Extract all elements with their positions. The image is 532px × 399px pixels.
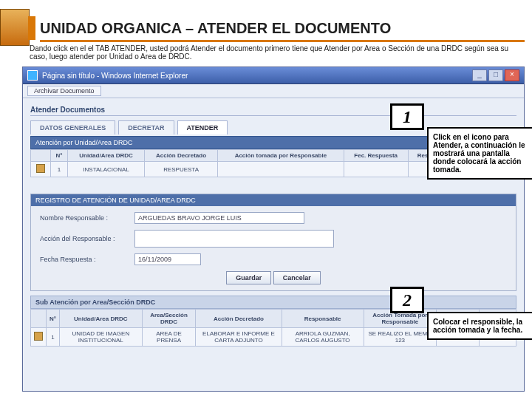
ie-favicon bbox=[27, 70, 38, 81]
callout-step-2: Colocar el responsible, la acción tomada… bbox=[427, 312, 532, 340]
label-accion: Acción del Responsable : bbox=[40, 235, 129, 242]
cell-area: AREA DE PRENSA bbox=[142, 328, 196, 347]
label-fecha: Fecha Respuesta : bbox=[40, 256, 129, 263]
th-icon bbox=[31, 310, 47, 328]
cancelar-button[interactable]: Cancelar bbox=[273, 271, 321, 284]
title-bar: UNIDAD ORGANICA – ATENDER EL DOCUMENTO bbox=[0, 16, 532, 40]
cell-tomada bbox=[217, 162, 344, 177]
tab-decretar[interactable]: DECRETAR bbox=[118, 120, 174, 134]
cell-action-icon[interactable] bbox=[31, 162, 51, 177]
browser-titlebar: Página sin título - Windows Internet Exp… bbox=[23, 67, 524, 84]
input-accion[interactable] bbox=[134, 230, 334, 248]
atender-icon bbox=[36, 164, 45, 173]
registro-header: REGISTRO DE ATENCIÓN DE UNIDAD/AREA DRDC bbox=[31, 194, 516, 206]
cell-num: 1 bbox=[47, 328, 60, 347]
th-unidad: Unidad/Area DRDC bbox=[59, 310, 142, 328]
guardar-button[interactable]: Guardar bbox=[226, 271, 271, 284]
cell-accion: RESPUESTA bbox=[145, 162, 218, 177]
th-num: N° bbox=[47, 310, 60, 328]
window-buttons: _ □ × bbox=[472, 69, 519, 81]
maximize-button[interactable]: □ bbox=[488, 69, 503, 81]
callout-step-1: Click en el icono para Atender, a contin… bbox=[427, 127, 532, 180]
logo-badge bbox=[0, 9, 30, 46]
cell-accion: ELABORAR E INFORME E CARTA ADJUNTO bbox=[196, 328, 282, 347]
page-title: UNIDAD ORGANICA – ATENDER EL DOCUMENTO bbox=[40, 16, 525, 42]
th-fec: Fec. Respuesta bbox=[344, 150, 408, 162]
th-tomada: Acción tomada por Responsable bbox=[217, 150, 344, 162]
atender-icon bbox=[34, 332, 43, 341]
th-accion: Acción Decretado bbox=[145, 150, 218, 162]
browser-title: Página sin título - Windows Internet Exp… bbox=[42, 72, 188, 80]
th-accion: Acción Decretado bbox=[196, 310, 282, 328]
slide: UNIDAD ORGANICA – ATENDER EL DOCUMENTO D… bbox=[0, 0, 532, 399]
step-badge-1: 1 bbox=[390, 103, 424, 130]
th-unidad: Unidad/Area DRDC bbox=[67, 150, 144, 162]
cell-unidad: INSTALACIONAL bbox=[67, 162, 144, 177]
close-button[interactable]: × bbox=[505, 69, 519, 81]
input-responsable[interactable]: ARGUEDAS BRAVO JORGE LUIS bbox=[134, 212, 304, 224]
tab-atender[interactable]: ATENDER bbox=[177, 120, 228, 134]
cell-tomada: SE REALIZO EL MEMO 123 bbox=[364, 328, 437, 347]
th-area: Area/Sección DRDC bbox=[142, 310, 196, 328]
registro-body: Nombre Responsable : ARGUEDAS BRAVO JORG… bbox=[31, 206, 516, 290]
th-num: N° bbox=[50, 150, 67, 162]
registro-panel: REGISTRO DE ATENCIÓN DE UNIDAD/AREA DRDC… bbox=[30, 194, 516, 291]
menu-row: Archivar Documento bbox=[23, 84, 524, 98]
th-icon bbox=[31, 150, 51, 162]
section-header-b: Sub Atención por Area/Sección DRDC bbox=[30, 296, 516, 309]
panel-heading: Atender Documentos bbox=[30, 106, 516, 116]
page-subtitle: Dando click en el el TAB ATENDER, usted … bbox=[30, 44, 517, 61]
label-responsable: Nombre Responsable : bbox=[40, 214, 129, 222]
browser-window: Página sin título - Windows Internet Exp… bbox=[22, 66, 525, 392]
cell-action-icon[interactable] bbox=[31, 328, 47, 347]
step-badge-2: 2 bbox=[390, 287, 424, 313]
cell-fec bbox=[344, 162, 408, 177]
th-resp: Responsable bbox=[282, 310, 364, 328]
cell-unidad: UNIDAD DE IMAGEN INSTITUCIONAL bbox=[59, 328, 142, 347]
title-accent bbox=[28, 16, 35, 40]
tab-datos-generales[interactable]: DATOS GENERALES bbox=[30, 120, 115, 134]
input-fecha[interactable]: 16/11/2009 bbox=[134, 253, 201, 265]
archive-button[interactable]: Archivar Documento bbox=[27, 86, 101, 96]
cell-resp: ARRIOLA GUZMAN, CARLOS AUGUSTO bbox=[282, 328, 364, 347]
minimize-button[interactable]: _ bbox=[472, 69, 487, 81]
cell-num: 1 bbox=[50, 162, 67, 177]
